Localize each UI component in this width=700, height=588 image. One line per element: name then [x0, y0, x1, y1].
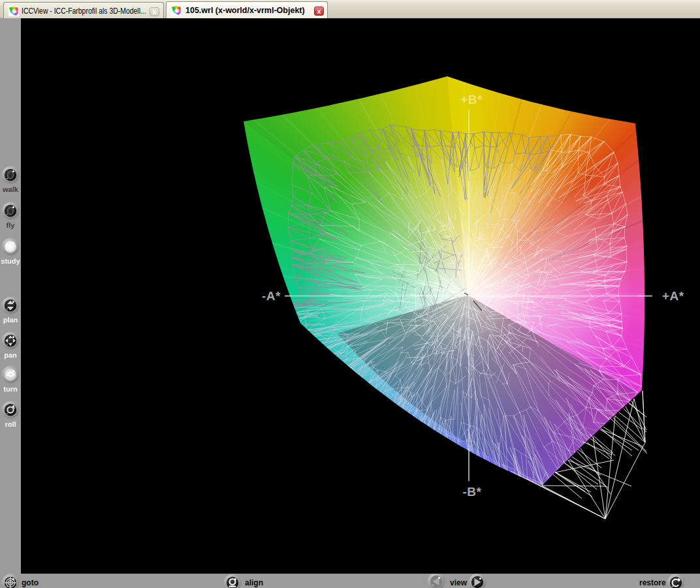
svg-text:study: study	[1, 258, 20, 266]
svg-text:+B*: +B*	[460, 93, 483, 107]
svg-text:walk: walk	[2, 186, 19, 194]
svg-text:+A*: +A*	[662, 290, 684, 303]
svg-text:turn: turn	[3, 386, 18, 394]
svg-text:pan: pan	[4, 352, 17, 360]
svg-text:-B*: -B*	[463, 486, 482, 499]
svg-text:roll: roll	[5, 421, 16, 429]
svg-text:plan: plan	[3, 317, 18, 324]
svg-text:fly: fly	[7, 222, 16, 230]
svg-text:-A*: -A*	[262, 290, 281, 303]
